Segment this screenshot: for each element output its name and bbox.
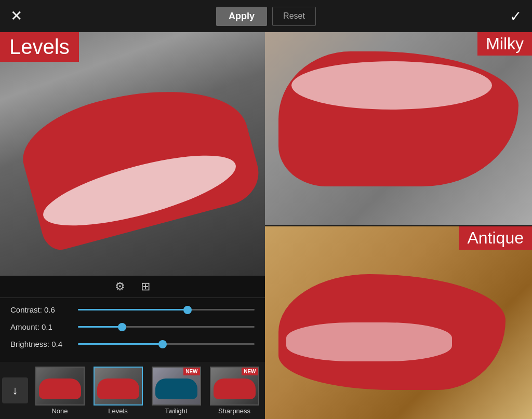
settings-icon[interactable]: ⚙ [115,280,125,293]
antique-image [265,226,532,420]
reset-button[interactable]: Reset [272,7,316,26]
right-panel: Milky Antique [265,32,532,419]
brightness-fill [78,343,163,345]
milky-image [265,32,532,225]
right-top-panel: Milky [265,32,532,225]
amount-slider-row: Amount: 0.1 [10,322,255,331]
apply-button[interactable]: Apply [216,7,267,26]
filter-none-thumb [35,367,85,406]
amount-label: Amount: 0.1 [10,322,78,331]
grid-icon[interactable]: ⊞ [141,280,150,293]
sliders-panel: Contrast: 0.6 Amount: 0.1 Brightness: 0.… [0,298,265,362]
filter-twilight[interactable]: NEW Twilight [148,367,205,415]
filter-none[interactable]: None [31,367,88,415]
filter-levels[interactable]: Levels [89,367,147,415]
amount-thumb[interactable] [118,323,126,331]
filter-sharpness-thumb: NEW [210,367,259,406]
contrast-slider-row: Contrast: 0.6 [10,305,255,314]
contrast-fill [78,309,188,310]
main-sneaker-image [0,32,265,276]
filter-levels-label: Levels [108,407,128,415]
contrast-thumb[interactable] [183,306,192,314]
amount-slider[interactable] [78,326,255,328]
brightness-label: Brightness: 0.4 [10,340,78,348]
contrast-slider[interactable] [78,309,255,310]
download-icon: ↓ [12,384,18,397]
left-panel: Levels ⚙ ⊞ Contrast: 0.6 Amount: 0.1 Bri… [0,32,265,419]
antique-label: Antique [459,226,532,250]
sharpness-new-badge: NEW [242,368,258,375]
main-image-area: Levels [0,32,265,276]
amount-fill [78,326,122,328]
close-button[interactable]: ✕ [10,9,22,23]
twilight-new-badge: NEW [183,368,200,375]
download-button[interactable]: ↓ [2,377,28,403]
filter-levels-image [95,368,142,404]
filter-name-label: Levels [0,32,79,62]
brightness-slider-row: Brightness: 0.4 [10,340,255,348]
filter-twilight-label: Twilight [165,407,187,415]
filter-none-label: None [51,407,68,415]
confirm-button[interactable]: ✓ [510,8,522,25]
filter-strip: ↓ None Levels NEW Twilight [0,362,265,419]
controls-icon-row: ⚙ ⊞ [0,276,265,298]
filter-levels-thumb [94,367,143,406]
filter-none-image [36,368,84,404]
filter-twilight-thumb: NEW [152,367,201,406]
filter-sharpness[interactable]: NEW Sharpness [206,367,263,415]
right-bottom-panel: Antique [265,226,532,420]
top-bar: ✕ Apply Reset ✓ [0,0,532,32]
milky-label: Milky [477,32,532,56]
brightness-thumb[interactable] [158,340,167,348]
brightness-slider[interactable] [78,343,255,345]
filter-sharpness-label: Sharpness [218,407,250,415]
contrast-label: Contrast: 0.6 [10,305,78,314]
